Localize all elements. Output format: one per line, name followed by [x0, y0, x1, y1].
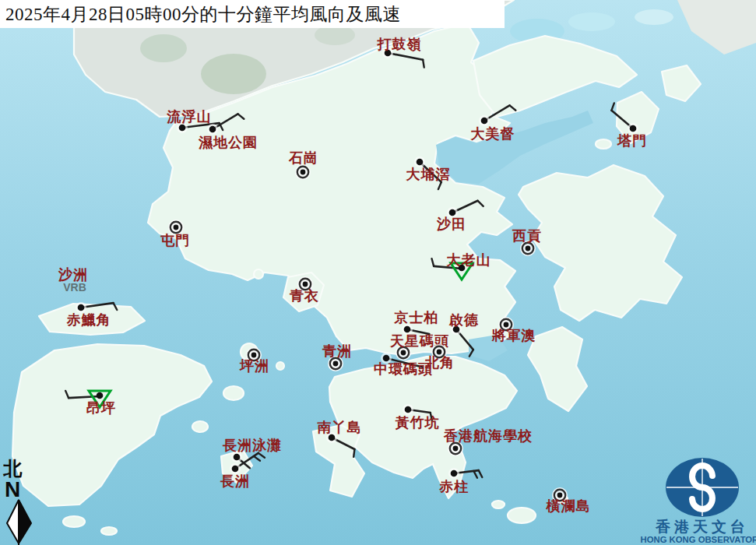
station-dot-icon	[437, 350, 442, 355]
north-hanzi-label: 北	[2, 459, 23, 479]
station-label: 啟德	[448, 312, 479, 328]
station-dot-icon	[405, 406, 412, 413]
station-label: 濕地公園	[198, 135, 258, 150]
islet	[276, 362, 284, 370]
station-dot-icon	[209, 126, 216, 133]
station-label: 打鼓嶺	[377, 37, 422, 52]
wind-barb-feather	[423, 60, 424, 68]
station-dot-icon	[481, 118, 488, 125]
station-dot-icon	[383, 355, 390, 362]
islet	[223, 386, 244, 400]
islet-soko	[101, 527, 117, 535]
shenzhen-green-patch	[201, 54, 266, 94]
shenzhen-green-patch	[140, 34, 187, 62]
station-label: 沙田	[436, 216, 466, 232]
hko-name-chinese: 香港天文台	[655, 519, 749, 535]
station-dot-icon	[630, 125, 637, 132]
station-label: 香港航海學校	[443, 428, 533, 444]
station-dot-icon	[401, 350, 406, 356]
station-label: 昂坪	[86, 400, 116, 416]
station-dot-icon	[451, 470, 458, 477]
islet	[492, 501, 505, 508]
island-northeast	[635, 9, 673, 25]
station-label: 橫瀾島	[546, 498, 591, 514]
station-sub-label: VRB	[63, 281, 86, 294]
station-dot-icon	[449, 209, 456, 216]
station-label: 長洲泳灘	[222, 438, 282, 453]
map-title: 2025年4月28日05時00分的十分鐘平均風向及風速	[5, 2, 401, 26]
station-label: 中環碼頭	[374, 361, 433, 377]
station-dot-icon	[251, 353, 257, 358]
station-dot-icon	[557, 493, 563, 498]
station-dot-icon	[404, 326, 411, 333]
station-label: 大美督	[470, 125, 515, 142]
station-label: 大埔滘	[406, 167, 451, 182]
hong-kong-map: 打鼓嶺流浮山濕地公園石崗大埔滘大美督塔門沙田屯門西貢大老山沙洲VRB赤鱲角青衣京…	[0, 0, 756, 545]
north-letter-label: N	[5, 477, 20, 501]
island-po-toi	[508, 508, 536, 523]
station-dot-icon	[301, 170, 306, 175]
wind-barb-feather	[353, 449, 354, 457]
station-dot-icon	[78, 304, 85, 311]
station-label: 沙洲	[58, 267, 88, 283]
station-label: 石崗	[288, 150, 318, 166]
station-dot-icon	[504, 322, 509, 328]
station-label: 京士柏	[394, 310, 439, 325]
islet	[596, 139, 611, 149]
hko-name-english: HONG KONG OBSERVATORY	[641, 535, 756, 544]
station-label: 坪洲	[239, 358, 269, 374]
islet-soko	[63, 516, 85, 527]
station-dot-icon	[234, 454, 241, 461]
station-label: 西貢	[512, 228, 542, 244]
islet	[192, 421, 208, 432]
wind-map-page: 打鼓嶺流浮山濕地公園石崗大埔滘大美督塔門沙田屯門西貢大老山沙洲VRB赤鱲角青衣京…	[0, 0, 756, 545]
station-label: 赤鱲角	[66, 312, 111, 328]
station-label: 大老山	[446, 252, 491, 268]
station-dot-icon	[179, 125, 186, 132]
station-label: 流浮山	[167, 109, 212, 125]
station-label: 黃竹坑	[396, 415, 440, 431]
station-label: 南丫島	[317, 420, 362, 435]
station-dot-icon	[232, 466, 239, 473]
station-dot-icon	[303, 282, 308, 287]
station-label: 青洲	[322, 343, 352, 359]
station-dot-icon	[526, 246, 531, 251]
station-label: 青衣	[289, 288, 319, 304]
station-label: 長洲	[220, 473, 250, 489]
station-dot-icon	[174, 225, 179, 230]
island-northeast	[568, 12, 615, 31]
station-label: 塔門	[617, 133, 647, 149]
station-label: 屯門	[160, 233, 190, 248]
title-bar: 2025年4月28日05時00分的十分鐘平均風向及風速	[0, 0, 505, 28]
station-dot-icon	[97, 392, 104, 399]
station-label: 赤柱	[438, 479, 469, 494]
station-label: 將軍澳	[491, 328, 536, 343]
station-dot-icon	[417, 159, 424, 166]
island-ma-wan	[254, 269, 263, 279]
station-dot-icon	[453, 446, 459, 452]
station-dot-icon	[333, 361, 339, 367]
